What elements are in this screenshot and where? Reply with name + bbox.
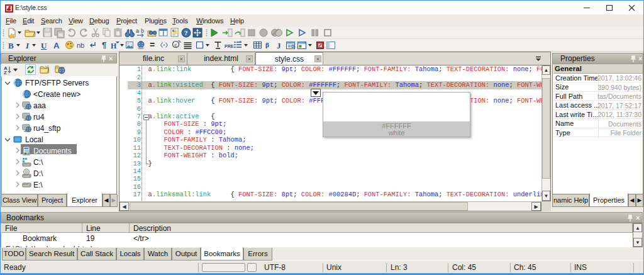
svg-text:β: β bbox=[265, 41, 269, 48]
svg-text:?: ? bbox=[184, 29, 188, 36]
svg-text:c: c bbox=[174, 42, 177, 48]
svg-text:Z: Z bbox=[4, 70, 7, 75]
svg-text:a: a bbox=[136, 28, 139, 34]
svg-text:b: b bbox=[141, 28, 144, 34]
